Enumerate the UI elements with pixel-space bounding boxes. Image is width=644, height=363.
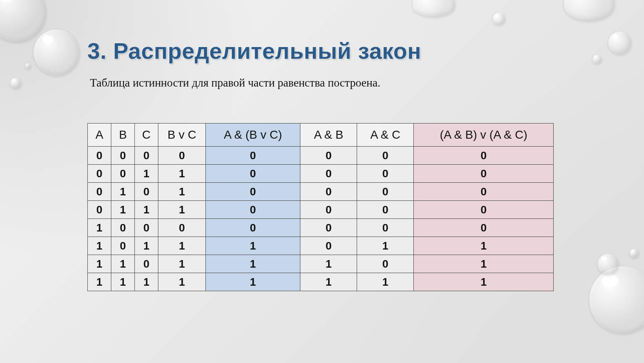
decorative-bubble [608, 32, 631, 55]
decorative-bubble [11, 78, 21, 89]
table-cell: 0 [357, 255, 414, 273]
table-cell: 1 [414, 255, 554, 273]
table-cell: 0 [88, 183, 111, 201]
table-cell: 0 [206, 201, 300, 219]
table-cell: 1 [158, 237, 205, 255]
table-cell: 1 [300, 273, 357, 291]
decorative-bubble [493, 13, 505, 25]
table-row: 00000000 [88, 147, 554, 165]
truth-table: A B C B v C A & (B v C) A & B A & C (A &… [87, 123, 554, 291]
table-cell: 0 [134, 147, 158, 165]
decorative-bubble [598, 254, 619, 275]
table-cell: 0 [206, 147, 300, 165]
col-header: A & B [300, 124, 357, 147]
table-cell: 1 [134, 165, 158, 183]
table-cell: 1 [158, 273, 205, 291]
table-cell: 0 [111, 237, 134, 255]
col-header: A & C [357, 124, 414, 147]
decorative-bubble [25, 63, 31, 69]
slide-title: 3. Распределительный закон [87, 38, 594, 64]
table-cell: 1 [111, 255, 134, 273]
table-cell: 1 [88, 255, 111, 273]
table-cell: 1 [414, 273, 554, 291]
table-cell: 0 [300, 237, 357, 255]
decorative-bubble [564, 0, 615, 21]
table-cell: 0 [88, 201, 111, 219]
table-cell: 0 [206, 183, 300, 201]
table-cell: 0 [357, 219, 414, 237]
col-header: C [134, 124, 158, 147]
table-cell: 1 [134, 237, 158, 255]
table-cell: 1 [158, 201, 205, 219]
col-header: A [88, 124, 111, 147]
table-cell: 0 [357, 183, 414, 201]
table-cell: 0 [414, 201, 554, 219]
col-header-highlight-pink: (A & B) v (A & C) [414, 124, 554, 147]
table-cell: 1 [357, 237, 414, 255]
decorative-bubble [0, 0, 46, 42]
table-cell: 1 [88, 219, 111, 237]
table-cell: 1 [111, 183, 134, 201]
table-cell: 0 [206, 219, 300, 237]
table-cell: 0 [414, 147, 554, 165]
table-cell: 0 [158, 219, 205, 237]
table-cell: 0 [111, 147, 134, 165]
decorative-bubble [413, 0, 455, 17]
table-cell: 0 [134, 255, 158, 273]
table-cell: 1 [357, 273, 414, 291]
decorative-bubble [34, 29, 80, 76]
table-cell: 0 [300, 183, 357, 201]
table-cell: 1 [88, 273, 111, 291]
table-cell: 0 [357, 147, 414, 165]
table-cell: 0 [357, 165, 414, 183]
table-cell: 1 [158, 165, 205, 183]
table-cell: 0 [134, 219, 158, 237]
col-header: B [111, 124, 134, 147]
table-cell: 1 [158, 255, 205, 273]
table-cell: 0 [111, 165, 134, 183]
table-header-row: A B C B v C A & (B v C) A & B A & C (A &… [88, 124, 554, 147]
table-cell: 1 [206, 273, 300, 291]
table-cell: 0 [414, 183, 554, 201]
table-cell: 0 [134, 183, 158, 201]
table-cell: 0 [300, 201, 357, 219]
col-header: B v C [158, 124, 205, 147]
slide-content: 3. Распределительный закон Таблица истин… [87, 38, 594, 291]
table-cell: 0 [300, 165, 357, 183]
decorative-bubble [630, 249, 639, 258]
decorative-bubble [593, 55, 602, 64]
table-cell: 0 [414, 165, 554, 183]
table-row: 11011101 [88, 255, 554, 273]
table-row: 00110000 [88, 165, 554, 183]
table-cell: 1 [88, 237, 111, 255]
table-row: 01010000 [88, 183, 554, 201]
table-cell: 1 [158, 183, 205, 201]
table-cell: 1 [111, 273, 134, 291]
table-cell: 1 [206, 237, 300, 255]
table-cell: 0 [88, 147, 111, 165]
table-cell: 0 [357, 201, 414, 219]
slide-subtitle: Таблица истинности для правой части раве… [90, 76, 594, 89]
table-row: 10000000 [88, 219, 554, 237]
table-row: 11111111 [88, 273, 554, 291]
decorative-bubble [589, 266, 644, 334]
table-cell: 0 [206, 165, 300, 183]
table-row: 10111011 [88, 237, 554, 255]
table-cell: 1 [300, 255, 357, 273]
table-cell: 0 [414, 219, 554, 237]
table-cell: 1 [206, 255, 300, 273]
table-cell: 0 [300, 219, 357, 237]
table-cell: 0 [158, 147, 205, 165]
table-row: 01110000 [88, 201, 554, 219]
table-cell: 1 [414, 237, 554, 255]
table-cell: 0 [88, 165, 111, 183]
col-header-highlight-blue: A & (B v C) [206, 124, 300, 147]
table-cell: 0 [111, 219, 134, 237]
table-cell: 1 [134, 273, 158, 291]
table-cell: 0 [300, 147, 357, 165]
table-cell: 1 [134, 201, 158, 219]
table-cell: 1 [111, 201, 134, 219]
